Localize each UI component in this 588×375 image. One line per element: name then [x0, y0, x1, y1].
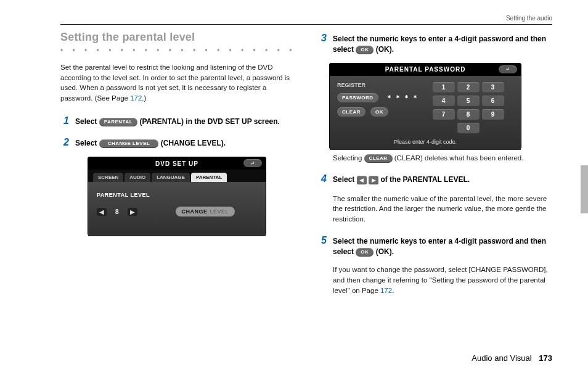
page-number: 173 [539, 353, 552, 363]
tab-parental: PARENTAL [191, 173, 227, 182]
key-0: 0 [457, 123, 480, 134]
arrow-left-icon: ◀ [357, 176, 367, 184]
step-3-note: Selecting CLEAR (CLEAR) deletes what has… [333, 153, 552, 163]
back-icon: ⤶ [243, 159, 262, 167]
ok-pill: OK [356, 248, 374, 257]
running-head: Setting the audio [506, 15, 552, 22]
arrow-left-icon: ◀ [97, 207, 107, 216]
step-2: 2 Select CHANGE LEVEL (CHANGE LEVEL). [60, 135, 295, 149]
parental-password-screenshot: PARENTAL PASSWORD ⤶ REGISTER PASSWORD ＊＊… [329, 63, 521, 149]
password-field: ＊＊＊＊ [383, 93, 423, 102]
step-number: 4 [318, 171, 327, 186]
key-8: 8 [457, 109, 480, 120]
step-number: 2 [60, 135, 69, 149]
parental-level-label: PARENTAL LEVEL [97, 192, 257, 198]
prompt-message: Please enter 4-digit code. [337, 139, 513, 146]
step-1: 1 Select PARENTAL (PARENTAL) in the DVD … [60, 113, 295, 128]
step-number: 5 [318, 233, 327, 247]
page-footer: Audio and Visual 173 [472, 353, 552, 363]
key-1: 1 [433, 82, 455, 93]
password-button: PASSWORD [337, 93, 378, 102]
change-level-button: CHANGELEVEL [176, 207, 235, 216]
section-thumb-tab [581, 165, 588, 213]
parental-pill: PARENTAL [99, 118, 137, 126]
ok-button: OK [370, 107, 388, 117]
header-divider [60, 24, 552, 25]
key-9: 9 [482, 109, 504, 120]
screen1-title: DVD SET UP [155, 160, 198, 167]
step-5: 5 Select the numeric keys to enter a 4-d… [318, 233, 552, 258]
parental-level-value: 8 [113, 208, 121, 215]
numeric-keypad: 1 2 3 4 5 6 7 8 9 0 [433, 82, 504, 134]
tab-language: LANGUAGE [152, 173, 190, 182]
page-link-172b[interactable]: 172 [380, 287, 392, 294]
change-level-pill: CHANGE LEVEL [99, 139, 159, 148]
tab-audio: AUDIO [125, 173, 150, 182]
arrow-right-icon: ▶ [369, 176, 378, 184]
key-6: 6 [482, 96, 504, 107]
arrow-right-icon: ▶ [128, 207, 137, 216]
screen2-title: PARENTAL PASSWORD [385, 66, 466, 73]
key-4: 4 [433, 96, 455, 107]
section-title: Setting the parental level [60, 31, 295, 44]
key-5: 5 [457, 96, 480, 107]
clear-button: CLEAR [337, 107, 365, 117]
clear-pill: CLEAR [364, 154, 393, 163]
key-2: 2 [457, 82, 480, 93]
intro-paragraph: Set the parental level to restrict the l… [60, 62, 295, 104]
ok-pill: OK [356, 46, 374, 54]
step-3: 3 Select the numeric keys to enter a 4-d… [318, 31, 552, 56]
dotted-separator: • • • • • • • • • • • • • • • • • • • • … [60, 46, 295, 55]
step-number: 3 [318, 31, 327, 45]
register-label: REGISTER [337, 82, 423, 88]
key-3: 3 [482, 82, 504, 93]
back-icon: ⤶ [499, 65, 517, 73]
page-link-172[interactable]: 172 [130, 94, 142, 102]
tab-screen: SCREEN [93, 173, 123, 182]
step-5-note: If you want to change the password, sele… [333, 265, 552, 295]
step-4: 4 Select ◀ ▶ of the PARENTAL LEVEL. [318, 171, 552, 186]
key-7: 7 [433, 109, 455, 120]
step-4-note: The smaller the numeric value of the par… [333, 194, 552, 225]
dvd-setup-screenshot: DVD SET UP ⤶ SCREEN AUDIO LANGUAGE PAREN… [88, 157, 266, 236]
step-number: 1 [60, 113, 69, 128]
chapter-name: Audio and Visual [472, 353, 531, 363]
screen1-tabs: SCREEN AUDIO LANGUAGE PARENTAL [88, 170, 266, 182]
